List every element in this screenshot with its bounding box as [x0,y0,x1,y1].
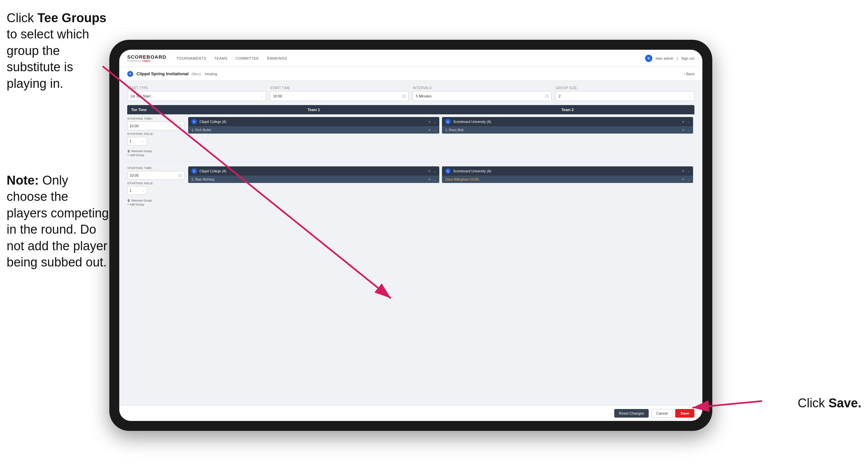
group-2-time-value: 10:05 [129,173,139,177]
intervals-label: Intervals [413,86,552,90]
cancel-button[interactable]: Cancel [651,409,673,418]
footer: Reset Changes Cancel Save [119,405,702,421]
remove-group-label-2: Remove Group [131,199,152,202]
powered-by: Powered by clippd [127,59,166,62]
trash-icon-1: 🗑 [127,149,130,153]
group-2-team1-remove-icon[interactable]: ✕ [428,169,431,173]
sub-header-logo: B [127,71,133,77]
add-group-btn-1[interactable]: + Add Group [127,153,184,157]
group-1-team2-remove-icon[interactable]: ✕ [682,120,684,124]
nav-rankings[interactable]: RANKINGS [267,55,287,62]
trash-icon-2: 🗑 [127,199,130,202]
powered-text: Powered by [127,59,141,62]
nav-separator: | [677,56,678,60]
group-2-team2-remove-icon[interactable]: ✕ [682,169,684,173]
reset-changes-button[interactable]: Reset Changes [614,409,649,418]
start-time-label: Start Time [270,86,409,90]
tablet-screen: SCOREBOARD Powered by clippd TOURNAMENTS… [119,50,702,421]
remove-group-label-1: Remove Group [131,149,152,153]
click-save-prefix: Click [798,396,829,410]
col-tee-time: Tee Time [127,105,187,114]
group-1-team1-header: C Clippd College (A) ✕ ⌄ [188,117,439,126]
save-button[interactable]: Save [675,409,694,418]
group-2-team1-player-1-name: 2. Blair McHarg [191,178,425,181]
group-1-team2-logo: S [445,119,451,124]
group-2-team1-expand-icon[interactable]: ⌄ [433,169,436,173]
nav-teams[interactable]: TEAMS [214,55,227,62]
group-1-team2-col: S Scoreboard University (A) ✕ ⌄ 1. Rees … [441,114,694,138]
col-team2: Team 2 [441,105,694,114]
group-2-hole-input[interactable]: 1 ⌄ [127,186,147,195]
nav-right: B blair admin | Sign out [645,55,694,62]
group-1-hole-input[interactable]: 1 ⌄ [127,137,147,146]
group-1-team2-card[interactable]: S Scoreboard University (A) ✕ ⌄ 1. Rees … [442,117,693,134]
group-1-team1-remove-icon[interactable]: ✕ [428,120,431,124]
group-2-team1-card[interactable]: C Clippd College (A) ✕ ⌄ 2. Blair McHarg… [188,166,439,183]
remove-group-btn-1[interactable]: 🗑 Remove Group [127,149,184,153]
instruction-line2: to select which group the substitute is … [7,27,89,90]
remove-group-btn-2[interactable]: 🗑 Remove Group [127,199,184,202]
group-1-time-input[interactable]: 10:00 🕐 [127,122,184,130]
group-2-team1-player-1-remove[interactable]: ✕ [428,178,431,181]
group-1-team1-player-1-remove[interactable]: ✕ [428,128,431,132]
start-time-clock-icon: 🕐 [402,94,406,98]
group-2-team1-player-1: 2. Blair McHarg ✕ ⌄ [188,176,439,183]
group-1-team1-col: C Clippd College (A) ✕ ⌄ 1. Rich Butler … [187,114,441,138]
group-1-team1-name: Clippd College (A) [199,120,425,124]
start-type-label: Start Type [127,86,266,90]
start-type-group: Start Type 1st Tee Start ⌄ [127,86,266,101]
nav-tournaments[interactable]: TOURNAMENTS [176,55,206,62]
group-1-team1-expand-icon[interactable]: ⌄ [433,120,436,124]
group-2-team1-header: C Clippd College (A) ✕ ⌄ [188,166,439,176]
group-2-team2-actions: ✕ ⌄ [682,169,690,173]
group-2-team1-player-1-chevron: ⌄ [433,178,436,181]
sign-out-link[interactable]: Sign out [681,56,694,60]
group-2-time-input[interactable]: 10:05 🕐 [127,171,184,180]
group-1-time-col: STARTING TIME: 10:00 🕐 STARTING HOLE: 1 … [127,114,187,159]
group-2-time-icon: 🕐 [178,174,182,177]
nav-committee[interactable]: COMMITTEE [236,55,259,62]
start-time-value: 10:00 [273,94,282,98]
group-2-team2-expand-icon[interactable]: ⌄ [687,169,690,173]
start-row: Start Type 1st Tee Start ⌄ Start Time 10… [127,86,694,101]
intervals-group: Intervals 5 Minutes 🕐 [413,86,552,101]
intervals-input[interactable]: 5 Minutes 🕐 [413,91,552,101]
group-1-team2-actions: ✕ ⌄ [682,120,690,124]
intervals-clock-icon: 🕐 [545,94,549,98]
group-1-team1-logo: C [191,119,197,124]
group-divider [127,162,694,162]
group-2-team2-card[interactable]: S Scoreboard University (A) ✕ ⌄ Dave Bil… [442,166,693,183]
group-2-hole-arrow: ⌄ [142,189,145,192]
back-button[interactable]: ‹ Back [684,72,694,76]
group-1-team2-player-1-remove[interactable]: ✕ [682,128,684,132]
instruction-text: Click Tee Groups to select which group t… [7,10,109,92]
group-1-hole-arrow: ⌄ [142,140,145,143]
click-save-bold: Save. [829,396,861,410]
start-type-input[interactable]: 1st Tee Start ⌄ [127,91,266,101]
tournament-title: Clippd Spring Invitational [136,71,188,76]
group-1-team1-player-1-name: 1. Rich Butler [191,128,425,132]
group-1-team2-header: S Scoreboard University (A) ✕ ⌄ [442,117,693,126]
group-2-team2-player-1-remove[interactable]: ✕ [682,178,684,181]
group-2-team2-header: S Scoreboard University (A) ✕ ⌄ [442,166,693,176]
group-2-team2-name: Scoreboard University (A) [453,169,679,173]
group-1-team1-card[interactable]: C Clippd College (A) ✕ ⌄ 1. Rich Butler … [188,117,439,134]
note-prefix: Note: [7,173,42,187]
hosting-label: Hosting [205,72,217,76]
starting-hole-label-2: STARTING HOLE: [127,182,184,185]
main-content: Start Type 1st Tee Start ⌄ Start Time 10… [119,81,702,405]
add-group-btn-2[interactable]: + Add Group [127,203,184,206]
start-time-input[interactable]: 10:00 🕐 [270,91,409,101]
group-1-team2-expand-icon[interactable]: ⌄ [687,120,690,124]
group-1-team1-player-1: 1. Rich Butler ✕ ⌄ [188,126,439,134]
group-1-team2-player-1: 1. Rees Britt ✕ ⌄ [442,126,693,134]
add-group-label-2: + Add Group [127,203,144,206]
group-1-hole-value: 1 [129,139,131,143]
group-2-team2-player-1-name: Dave Billingham (SUB) [445,178,679,181]
group-size-input[interactable]: 2 ⌄ [556,91,694,101]
intervals-value: 5 Minutes [416,94,432,98]
tournament-gender: (Men) [191,72,201,76]
col-team1: Team 1 [187,105,441,114]
scoreboard-logo: SCOREBOARD [127,54,166,59]
group-1-team1-player-1-chevron: ⌄ [433,128,436,132]
